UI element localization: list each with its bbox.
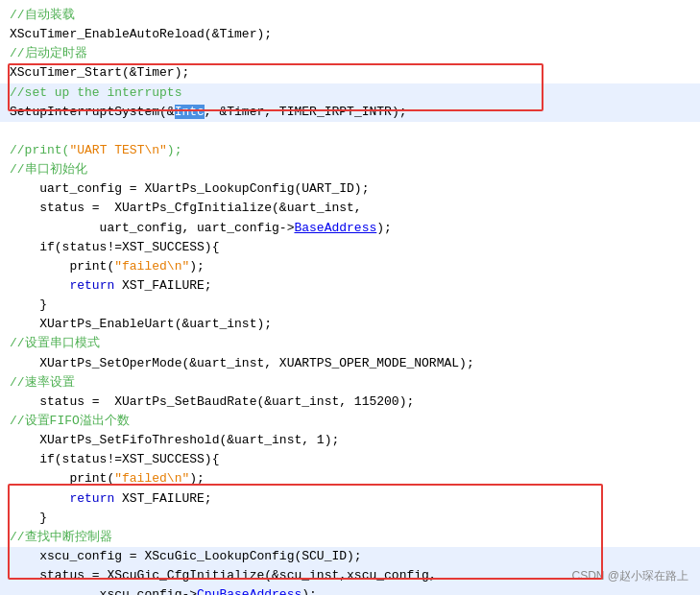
code-line-3: //启动定时器 [0, 44, 700, 63]
code-line-2: XScuTimer_EnableAutoReload(&Timer); [0, 25, 700, 44]
comment-cn-18: //设置串口模式 [10, 336, 100, 350]
code-line-25: print("failed\n"); [0, 469, 700, 488]
code-line-1: //自动装载 [0, 6, 700, 25]
comment-8: //print("UART TEST\n"); [10, 143, 181, 157]
keyword-return: return [69, 278, 114, 293]
keyword-return-26: return [69, 491, 114, 506]
code-line-11: status = XUartPs_CfgInitialize(&uart_ins… [0, 199, 700, 218]
code-line-12: uart_config, uart_config->BaseAddress); [0, 219, 700, 238]
code-line-5: //set up the interrupts [0, 83, 700, 103]
string-25: "failed\n" [114, 471, 189, 486]
code-line-31: xscu_config->CpuBaseAddress); [0, 585, 700, 595]
comment-cn-28: //查找中断控制器 [10, 530, 112, 544]
comment-cn-22: //设置FIFO溢出个数 [10, 414, 130, 428]
code-line-13: if(status!=XST_SUCCESS){ [0, 238, 700, 257]
code-line-21: status = XUartPs_SetBaudRate(&uart_inst,… [0, 393, 700, 412]
string-14: "failed\n" [114, 259, 189, 274]
code-line-19: XUartPs_SetOperMode(&uart_inst, XUARTPS_… [0, 354, 700, 373]
code-line-29: xscu_config = XScuGic_LookupConfig(SCU_I… [0, 547, 700, 566]
code-line-18: //设置串口模式 [0, 334, 700, 353]
comment-cn-3: //启动定时器 [10, 46, 87, 60]
link-cpubaseaddress: CpuBaseAddress [197, 587, 302, 595]
code-line-28: //查找中断控制器 [0, 528, 700, 547]
code-line-15: return XST_FAILURE; [0, 276, 700, 296]
code-line-6: SetupInterruptSystem(&Intc, &Timer, TIME… [0, 103, 700, 122]
code-line-7 [0, 122, 700, 141]
code-line-24: if(status!=XST_SUCCESS){ [0, 450, 700, 469]
link-baseaddress: BaseAddress [294, 221, 376, 235]
comment-5: //set up the interrupts [10, 85, 181, 100]
code-line-8: //print("UART TEST\n"); [0, 141, 700, 160]
comment-cn-20: //速率设置 [10, 375, 75, 390]
comment-cn-9: //串口初始化 [10, 162, 87, 177]
watermark: CSDN @赵小琛在路上 [571, 567, 688, 585]
code-line-23: XUartPs_SetFifoThreshold(&uart_inst, 1); [0, 431, 700, 450]
code-line-22: //设置FIFO溢出个数 [0, 412, 700, 431]
string-8: "UART TEST\n" [69, 143, 166, 157]
selected-word-intc: Intc [175, 105, 205, 119]
code-line-14: print("failed\n"); [0, 257, 700, 276]
code-line-20: //速率设置 [0, 373, 700, 393]
code-line-26: return XST_FAILURE; [0, 489, 700, 509]
code-line-9: //串口初始化 [0, 160, 700, 179]
code-line-16: } [0, 296, 700, 315]
code-line-17: XUartPs_EnableUart(&uart_inst); [0, 315, 700, 334]
code-line-4: XScuTimer_Start(&Timer); [0, 63, 700, 83]
comment-text: //自动装载 [10, 8, 75, 22]
code-container: //自动装载 XScuTimer_EnableAutoReload(&Timer… [0, 0, 700, 595]
code-line-27: } [0, 509, 700, 528]
code-line-10: uart_config = XUartPs_LookupConfig(UART_… [0, 179, 700, 199]
